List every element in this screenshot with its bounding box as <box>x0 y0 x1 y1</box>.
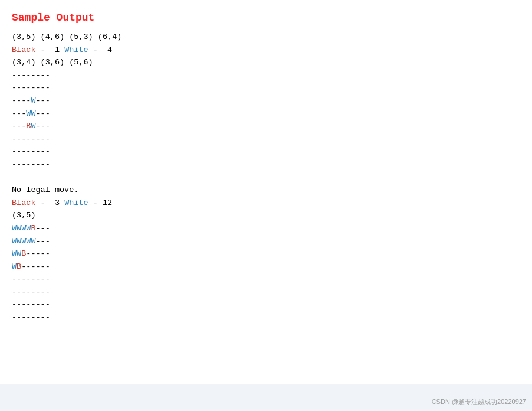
black-label-2: Black <box>12 198 36 207</box>
main-container: Sample Output (3,5) (4,6) (5,3) (6,4) Bl… <box>0 0 532 384</box>
footer: CSDN @越专注越成功20220927 <box>432 397 526 406</box>
w-chars-2: WWWWW <box>12 237 36 246</box>
separator-6: -------- <box>12 273 514 286</box>
separator-5: -------- <box>12 158 514 171</box>
w-chars-1: WWWW <box>12 224 31 233</box>
line-score-1: Black - 1 White - 4 <box>12 44 514 57</box>
board-line-5: WWWWW--- <box>12 235 514 248</box>
black-label-1: Black <box>12 45 36 54</box>
separator-8: -------- <box>12 298 514 311</box>
line-score-2: Black - 3 White - 12 <box>12 197 514 210</box>
line-coord-1: (3,5) (4,6) (5,3) (6,4) <box>12 31 514 44</box>
white-label-2: White <box>64 198 88 207</box>
b-char-2: B <box>31 224 35 233</box>
separator-1: -------- <box>12 69 514 82</box>
separator-4: -------- <box>12 145 514 158</box>
board-line-1: ----W--- <box>12 94 514 107</box>
w-chars-3: WW <box>12 249 21 258</box>
w-char-4: W <box>12 262 17 271</box>
separator-3: -------- <box>12 133 514 146</box>
board-line-7: WB------ <box>12 260 514 273</box>
no-legal-move: No legal move. <box>12 184 514 197</box>
separator-7: -------- <box>12 286 514 299</box>
w-char-1: W <box>31 96 35 105</box>
line-coord-3: (3,5) <box>12 209 514 222</box>
board-line-3: ---BW--- <box>12 120 514 133</box>
board-line-2: ---WW--- <box>12 107 514 120</box>
section-title: Sample Output <box>12 12 514 24</box>
b-char-3: B <box>21 249 26 258</box>
footer-text: CSDN @越专注越成功20220927 <box>432 398 526 405</box>
b-char-4: B <box>17 262 21 271</box>
line-coord-2: (3,4) (3,6) (5,6) <box>12 56 514 69</box>
board-line-6: WWB----- <box>12 247 514 260</box>
w-char-3: W <box>31 122 35 131</box>
board-line-4: WWWWB--- <box>12 222 514 235</box>
white-label-1: White <box>64 45 88 54</box>
separator-2: -------- <box>12 81 514 94</box>
code-block: (3,5) (4,6) (5,3) (6,4) Black - 1 White … <box>12 31 514 324</box>
w-char-2: WW <box>26 109 35 118</box>
separator-9: -------- <box>12 311 514 324</box>
